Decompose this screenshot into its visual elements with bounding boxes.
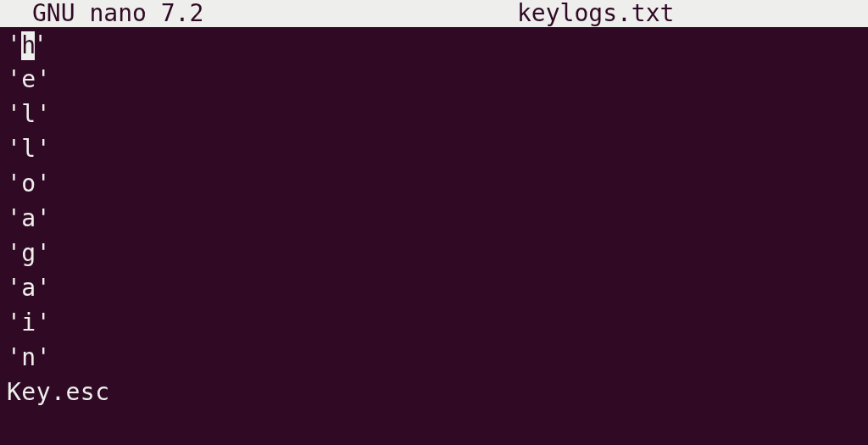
editor-line: 'e' [0,62,868,97]
editor-line: 'l' [0,97,868,131]
editor-line: 'a' [0,270,868,305]
editor-line: 'h' [0,27,868,62]
editor-line: 'l' [0,131,868,166]
editor-line: 'o' [0,166,868,201]
editor-line: Key.esc [0,375,868,409]
editor-line: 'i' [0,305,868,340]
editor-line: 'g' [0,236,868,270]
line-text-post: ' [33,31,47,58]
editor-line: 'n' [0,340,868,375]
title-bar: GNU nano 7.2 keylogs.txt [0,0,868,27]
app-name: GNU nano 7.2 [32,0,203,27]
editor-area[interactable]: 'h' 'e' 'l' 'l' 'o' 'a' 'g' 'a' 'i' 'n' … [0,27,868,409]
filename: keylogs.txt [517,0,674,27]
editor-line: 'a' [0,201,868,236]
line-text-pre: ' [7,31,21,58]
